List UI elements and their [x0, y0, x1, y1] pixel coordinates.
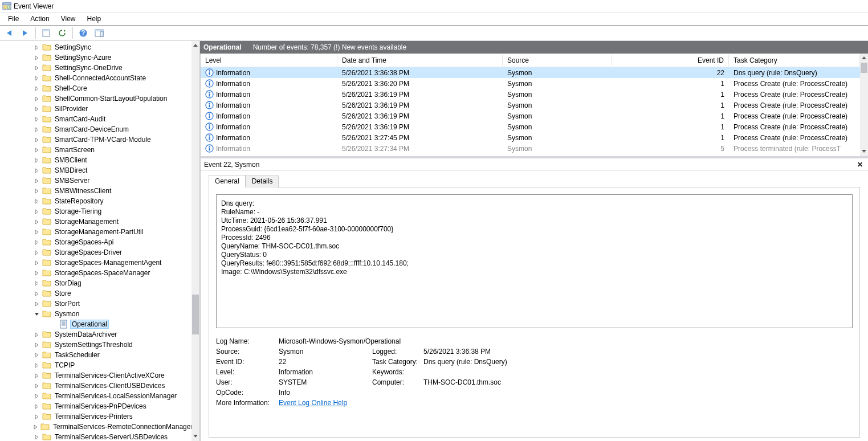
tree-item[interactable]: Store	[33, 288, 191, 299]
chevron-right-icon[interactable]	[33, 404, 40, 409]
chevron-right-icon[interactable]	[33, 424, 38, 430]
menu-view[interactable]: View	[55, 14, 81, 24]
tree-item[interactable]: StateRepository	[33, 196, 191, 206]
chevron-right-icon[interactable]	[33, 158, 40, 163]
col-date[interactable]: Date and Time	[337, 55, 503, 66]
tree-item[interactable]: SilProvider	[33, 104, 191, 114]
tree-scrollbar[interactable]	[191, 41, 199, 441]
tree-item[interactable]: Shell-ConnectedAccountState	[33, 73, 191, 83]
tree-item[interactable]: TCPIP	[33, 360, 191, 370]
tree-item[interactable]: SmartCard-DeviceEnum	[33, 124, 191, 134]
events-grid[interactable]: Level Date and Time Source Event ID Task…	[201, 54, 860, 156]
chevron-right-icon[interactable]	[33, 76, 40, 81]
properties-button[interactable]	[39, 26, 53, 40]
refresh-button[interactable]	[55, 26, 69, 40]
tree-item[interactable]: SMBWitnessClient	[33, 186, 191, 196]
event-row[interactable]: Information5/26/2021 3:36:19 PMSysmon1Pr…	[201, 121, 860, 132]
chevron-right-icon[interactable]	[33, 414, 40, 419]
tree-item[interactable]: Storage-Tiering	[33, 206, 191, 217]
grid-scrollbar[interactable]	[860, 54, 868, 156]
tree-item[interactable]: TerminalServices-LocalSessionManager	[33, 391, 191, 401]
chevron-right-icon[interactable]	[33, 394, 40, 399]
scroll-down-icon[interactable]	[191, 432, 199, 441]
scroll-track[interactable]	[191, 50, 199, 432]
tree-item[interactable]: StorageManagement-PartUtil	[33, 227, 191, 237]
tree-item[interactable]: TerminalServices-ClientActiveXCore	[33, 370, 191, 381]
chevron-right-icon[interactable]	[33, 271, 40, 276]
chevron-right-icon[interactable]	[33, 332, 40, 337]
chevron-right-icon[interactable]	[33, 240, 40, 245]
tree-item[interactable]: StorageSpaces-Api	[33, 237, 191, 247]
chevron-right-icon[interactable]	[33, 353, 40, 358]
tree-item[interactable]: SmartCard-TPM-VCard-Module	[33, 134, 191, 145]
chevron-right-icon[interactable]	[33, 363, 40, 368]
col-source[interactable]: Source	[503, 55, 612, 66]
tree-item[interactable]: StorPort	[33, 299, 191, 309]
tree-item[interactable]: TerminalServices-ClientUSBDevices	[33, 381, 191, 391]
chevron-right-icon[interactable]	[33, 117, 40, 122]
chevron-right-icon[interactable]	[33, 137, 40, 142]
col-event-id[interactable]: Event ID	[612, 55, 729, 66]
forward-button[interactable]	[18, 26, 32, 40]
chevron-right-icon[interactable]	[33, 383, 40, 389]
back-button[interactable]	[2, 26, 16, 40]
chevron-right-icon[interactable]	[33, 219, 40, 224]
col-level[interactable]: Level	[201, 55, 337, 66]
tree-item[interactable]: SmartCard-Audit	[33, 114, 191, 124]
chevron-right-icon[interactable]	[33, 66, 40, 71]
scroll-down-icon[interactable]	[860, 147, 868, 156]
tree-item[interactable]: TerminalServices-PnPDevices	[33, 401, 191, 411]
tree-item[interactable]: ShellCommon-StartLayoutPopulation	[33, 93, 191, 104]
chevron-right-icon[interactable]	[33, 45, 40, 50]
close-detail-button[interactable]: ✕	[855, 160, 865, 169]
show-panel-button[interactable]	[92, 26, 106, 40]
event-row[interactable]: Information5/26/2021 3:36:38 PMSysmon22D…	[201, 67, 860, 78]
tree-item[interactable]: SMBClient	[33, 155, 191, 165]
tree-item[interactable]: SettingSync-Azure	[33, 52, 191, 63]
tree-item[interactable]: SMBDirect	[33, 165, 191, 175]
chevron-right-icon[interactable]	[33, 127, 40, 132]
tree-item[interactable]: StorageSpaces-Driver	[33, 247, 191, 258]
menu-file[interactable]: File	[2, 14, 25, 24]
scroll-up-icon[interactable]	[191, 41, 199, 50]
event-row[interactable]: Information5/26/2021 3:36:20 PMSysmon1Pr…	[201, 78, 860, 89]
tree-item[interactable]: StorageManagement	[33, 217, 191, 227]
event-row[interactable]: Information5/26/2021 3:36:19 PMSysmon1Pr…	[201, 111, 860, 121]
help-button[interactable]	[76, 26, 90, 40]
tree-item[interactable]: TerminalServices-ServerUSBDevices	[33, 432, 191, 441]
tree-item[interactable]: SettingSync	[33, 42, 191, 52]
tree-item[interactable]: Operational	[33, 319, 191, 329]
chevron-right-icon[interactable]	[33, 250, 40, 255]
chevron-right-icon[interactable]	[33, 373, 40, 378]
event-row[interactable]: Information5/26/2021 3:27:34 PMSysmon5Pr…	[201, 143, 860, 154]
tree-item[interactable]: StorageSpaces-ManagementAgent	[33, 258, 191, 268]
tree-item[interactable]: SettingSync-OneDrive	[33, 63, 191, 73]
tree-item[interactable]: SmartScreen	[33, 145, 191, 155]
chevron-down-icon[interactable]	[33, 312, 40, 317]
tree-item[interactable]: TerminalServices-RemoteConnectionManager	[33, 422, 191, 432]
chevron-right-icon[interactable]	[33, 178, 40, 183]
chevron-right-icon[interactable]	[33, 435, 40, 440]
tree-item[interactable]: SMBServer	[33, 175, 191, 186]
chevron-right-icon[interactable]	[33, 291, 40, 296]
tab-general[interactable]: General	[209, 175, 246, 187]
chevron-right-icon[interactable]	[33, 301, 40, 307]
scroll-track[interactable]	[860, 63, 868, 147]
col-task-category[interactable]: Task Category	[729, 55, 860, 66]
chevron-right-icon[interactable]	[33, 230, 40, 235]
chevron-right-icon[interactable]	[33, 199, 40, 204]
chevron-right-icon[interactable]	[33, 209, 40, 214]
event-row[interactable]: Information5/26/2021 3:36:19 PMSysmon1Pr…	[201, 100, 860, 111]
menu-action[interactable]: Action	[25, 14, 55, 24]
chevron-right-icon[interactable]	[33, 168, 40, 173]
event-log-online-help-link[interactable]: Event Log Online Help	[279, 399, 347, 407]
event-body-text[interactable]: Dns query: RuleName: - UtcTime: 2021-05-…	[216, 194, 853, 328]
tree-item[interactable]: StorageSpaces-SpaceManager	[33, 268, 191, 278]
chevron-right-icon[interactable]	[33, 342, 40, 348]
tree-item[interactable]: SystemDataArchiver	[33, 329, 191, 340]
event-row[interactable]: Information5/26/2021 3:36:19 PMSysmon1Pr…	[201, 89, 860, 100]
tab-details[interactable]: Details	[246, 175, 279, 188]
chevron-right-icon[interactable]	[33, 96, 40, 101]
chevron-right-icon[interactable]	[33, 107, 40, 112]
chevron-right-icon[interactable]	[33, 281, 40, 286]
